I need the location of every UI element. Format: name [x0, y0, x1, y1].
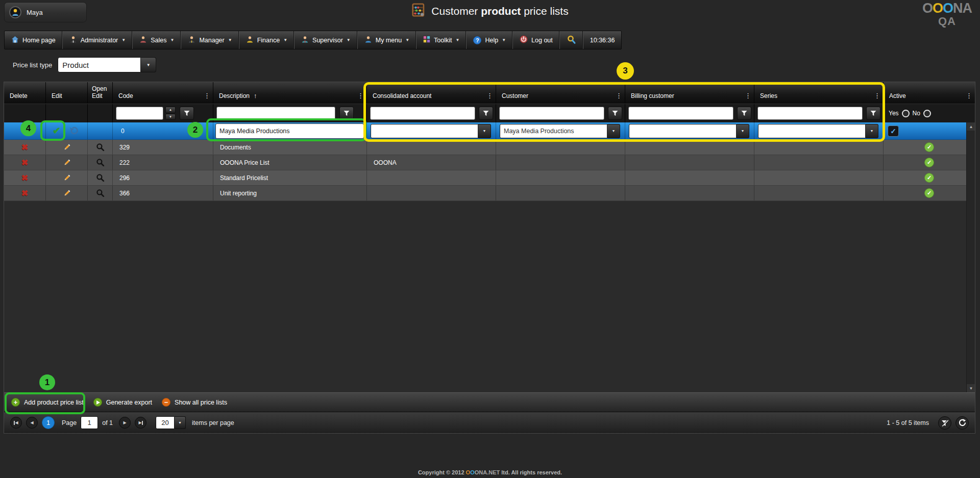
- current-page-button[interactable]: 1: [42, 416, 55, 429]
- series-filter-input[interactable]: [757, 107, 863, 120]
- delete-icon[interactable]: ✖: [21, 188, 28, 198]
- nav-supervisor[interactable]: Supervisor▼: [294, 31, 357, 49]
- column-header-active[interactable]: Active⋮: [884, 82, 975, 104]
- generate-export-button[interactable]: Generate export: [93, 398, 152, 407]
- customer-filter-button[interactable]: [608, 107, 622, 120]
- active-checkbox[interactable]: ✓: [888, 125, 899, 137]
- customer-filter-input[interactable]: [499, 107, 604, 120]
- column-header-delete: Delete: [4, 82, 46, 104]
- chevron-down-icon[interactable]: ▼: [175, 416, 186, 429]
- column-header-code[interactable]: Code⋮: [113, 82, 213, 104]
- consolidated-account-dropdown-button[interactable]: ▼: [478, 124, 491, 138]
- vertical-scrollbar[interactable]: ▲ ▼: [966, 122, 975, 392]
- consolidated-account-combo-input[interactable]: [371, 124, 478, 138]
- clear-filters-button[interactable]: [938, 416, 951, 430]
- active-yes-radio[interactable]: [902, 110, 910, 117]
- price-list-type-input[interactable]: [58, 57, 141, 72]
- cell-code: 366: [113, 186, 213, 200]
- maya-session-tab[interactable]: Maya: [4, 2, 87, 22]
- customer-combo-input[interactable]: [500, 124, 607, 138]
- cell-open-edit: [88, 186, 113, 200]
- series-combo-input[interactable]: [758, 124, 866, 138]
- price-list-type-dropdown-button[interactable]: ▼: [141, 57, 156, 72]
- nav-my-menu[interactable]: My menu▼: [357, 31, 416, 49]
- next-page-button[interactable]: ▶: [119, 417, 131, 429]
- scroll-down-icon[interactable]: ▼: [967, 384, 975, 392]
- edit-pencil-icon[interactable]: [63, 189, 71, 197]
- nav-help[interactable]: ? Help▼: [466, 31, 512, 49]
- nav-home-page[interactable]: Home page: [5, 31, 62, 49]
- edit-pencil-icon[interactable]: [63, 174, 71, 182]
- billing-customer-filter-button[interactable]: [737, 107, 751, 120]
- page-size-select[interactable]: 20 ▼: [156, 416, 186, 429]
- column-header-consolidated-account[interactable]: Consolidated account⋮: [367, 82, 496, 104]
- last-page-button[interactable]: ▶: [135, 417, 146, 429]
- table-row[interactable]: ✖ 329 Documents ✓: [4, 140, 975, 155]
- description-filter-input[interactable]: [216, 107, 335, 120]
- filter-cell-billing-customer: [625, 104, 754, 122]
- column-menu-icon[interactable]: ⋮: [616, 92, 622, 100]
- code-filter-button[interactable]: [180, 107, 194, 120]
- column-menu-icon[interactable]: ⋮: [357, 92, 364, 100]
- description-edit-input[interactable]: [215, 123, 364, 139]
- column-header-description[interactable]: Description↑⋮: [213, 82, 367, 104]
- page-number-input[interactable]: [81, 416, 98, 429]
- nav-toolkit[interactable]: Toolkit▼: [416, 31, 466, 49]
- column-header-edit: Edit: [46, 82, 88, 104]
- delete-icon[interactable]: ✖: [21, 158, 28, 167]
- customer-dropdown-button[interactable]: ▼: [607, 124, 620, 138]
- cell-customer: [496, 155, 625, 170]
- consolidated-account-filter-input[interactable]: [370, 107, 475, 120]
- description-filter-button[interactable]: [339, 107, 354, 120]
- nav-administrator[interactable]: Administrator▼: [62, 31, 133, 49]
- cell-billing-customer: [625, 155, 754, 170]
- column-header-series[interactable]: Series⋮: [754, 82, 884, 104]
- magnifier-icon[interactable]: [96, 189, 105, 197]
- nav-log-out[interactable]: Log out: [512, 31, 559, 49]
- consolidated-account-filter-button[interactable]: [479, 107, 493, 120]
- cell-description: Documents: [213, 140, 367, 155]
- magnifier-icon[interactable]: [96, 158, 105, 167]
- edit-pencil-icon[interactable]: [63, 159, 71, 167]
- magnifier-icon[interactable]: [96, 143, 105, 152]
- cell-open-edit: [88, 140, 113, 155]
- column-menu-icon[interactable]: ⋮: [745, 92, 751, 100]
- column-menu-icon[interactable]: ⋮: [204, 92, 210, 100]
- column-menu-icon[interactable]: ⋮: [966, 92, 972, 100]
- spinner-up-icon[interactable]: ▲: [165, 107, 176, 113]
- refresh-button[interactable]: [955, 416, 969, 430]
- show-all-price-lists-button[interactable]: − Show all price lists: [162, 398, 227, 407]
- series-dropdown-button[interactable]: ▼: [866, 124, 878, 138]
- edit-pencil-icon[interactable]: [63, 143, 71, 152]
- table-row[interactable]: ✖ 222 OOONA Price List OOONA ✓: [4, 155, 975, 170]
- series-filter-button[interactable]: [866, 107, 880, 120]
- billing-customer-dropdown-button[interactable]: ▼: [737, 124, 749, 138]
- spinner-down-icon[interactable]: ▼: [165, 114, 176, 120]
- nav-search[interactable]: [559, 31, 583, 49]
- nav-sales[interactable]: Sales▼: [132, 31, 181, 49]
- delete-icon[interactable]: ✖: [21, 173, 28, 183]
- grid-toolbar: + Add product price list Generate export…: [4, 392, 975, 412]
- column-menu-icon[interactable]: ⋮: [874, 92, 880, 100]
- column-header-billing-customer[interactable]: Billing customer⋮: [625, 82, 754, 104]
- table-row[interactable]: ✖ 296 Standard Pricelist ✓: [4, 170, 975, 186]
- delete-icon[interactable]: ✖: [21, 142, 28, 152]
- save-check-icon[interactable]: ✔: [53, 125, 61, 137]
- add-product-price-list-button[interactable]: + Add product price list: [11, 398, 84, 407]
- column-menu-icon[interactable]: ⋮: [486, 92, 493, 100]
- nav-manager[interactable]: Manager▼: [181, 31, 238, 49]
- active-no-radio[interactable]: [923, 110, 931, 117]
- magnifier-icon[interactable]: [96, 173, 105, 182]
- billing-customer-combo-input[interactable]: [629, 124, 737, 138]
- nav-finance[interactable]: Finance▼: [239, 31, 294, 49]
- undo-icon[interactable]: [68, 126, 79, 136]
- code-filter-input[interactable]: [116, 107, 163, 120]
- billing-customer-filter-input[interactable]: [628, 107, 733, 120]
- first-page-button[interactable]: ◀: [10, 417, 22, 429]
- previous-page-button[interactable]: ◀: [26, 417, 38, 429]
- column-header-customer[interactable]: Customer⋮: [496, 82, 625, 104]
- cell-delete: ✖: [4, 140, 46, 155]
- table-row[interactable]: ✖ 366 Unit reporting ✓: [4, 186, 975, 201]
- table-row-edit[interactable]: ✔ 0 ▼ ▼: [4, 122, 975, 140]
- scroll-up-icon[interactable]: ▲: [967, 122, 975, 131]
